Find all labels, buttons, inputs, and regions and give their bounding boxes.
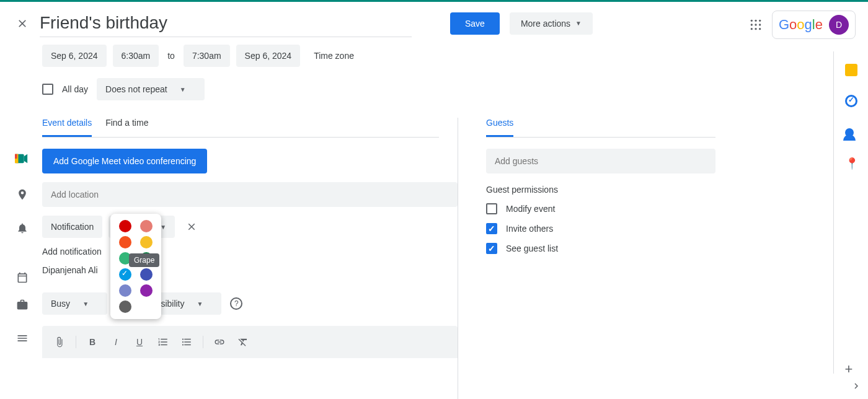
- google-apps-icon[interactable]: [750, 19, 762, 31]
- notification-type-label: Notification: [51, 222, 94, 232]
- availability-label: Busy: [51, 299, 70, 309]
- color-swatch-flamingo[interactable]: [140, 220, 153, 232]
- color-swatch-blueberry[interactable]: [140, 268, 153, 281]
- svg-point-5: [759, 24, 761, 25]
- close-icon[interactable]: [15, 16, 30, 31]
- tasks-icon[interactable]: [845, 95, 857, 107]
- numbered-list-icon[interactable]: [153, 332, 173, 352]
- invite-others-checkbox[interactable]: [486, 223, 497, 234]
- availability-select[interactable]: Busy ▼: [42, 292, 107, 315]
- svg-point-2: [759, 20, 761, 22]
- color-swatch-banana[interactable]: [140, 236, 153, 248]
- contacts-icon[interactable]: [845, 126, 857, 138]
- color-picker-popup[interactable]: Grape: [110, 214, 161, 319]
- avatar[interactable]: D: [829, 15, 849, 35]
- notification-bell-icon: [16, 222, 29, 234]
- svg-point-1: [755, 20, 756, 22]
- tab-find-a-time[interactable]: Find a time: [105, 118, 148, 137]
- start-date-chip[interactable]: Sep 6, 2024: [42, 45, 107, 67]
- more-actions-button[interactable]: More actions ▼: [510, 12, 593, 35]
- link-icon[interactable]: [210, 332, 229, 352]
- repeat-label: Does not repeat: [105, 84, 167, 94]
- chevron-down-icon: ▼: [82, 300, 89, 307]
- attach-icon[interactable]: [50, 332, 69, 352]
- chevron-down-icon: ▼: [197, 300, 203, 307]
- description-icon: [16, 332, 29, 344]
- svg-marker-12: [24, 154, 27, 164]
- start-time-chip[interactable]: 6:30am: [113, 45, 159, 67]
- side-panel: 📍 +: [833, 51, 868, 374]
- add-notification-link[interactable]: Add notification: [42, 247, 458, 256]
- see-guest-list-checkbox[interactable]: [486, 243, 497, 254]
- bulleted-list-icon[interactable]: [177, 332, 197, 352]
- google-meet-icon: [15, 152, 29, 165]
- collapse-side-panel-icon[interactable]: [851, 380, 862, 392]
- tab-event-details[interactable]: Event details: [42, 118, 92, 137]
- google-account-badge[interactable]: Google D: [772, 11, 856, 39]
- timezone-link[interactable]: Time zone: [314, 51, 354, 61]
- guest-permissions-title: Guest permissions: [486, 185, 715, 195]
- calendar-icon: [16, 271, 29, 284]
- guests-tab[interactable]: Guests: [486, 118, 513, 137]
- remove-notification-icon[interactable]: [186, 221, 197, 232]
- color-tooltip: Grape: [129, 253, 159, 267]
- notification-type-select[interactable]: Notification: [42, 216, 102, 238]
- color-swatch-grape[interactable]: [140, 284, 153, 297]
- location-input[interactable]: [42, 182, 458, 207]
- svg-point-6: [751, 28, 753, 30]
- italic-icon[interactable]: I: [106, 332, 126, 352]
- google-logo: Google: [779, 17, 823, 33]
- svg-point-3: [751, 24, 753, 25]
- location-icon: [16, 188, 29, 201]
- color-swatch-tomato[interactable]: [119, 220, 131, 232]
- more-actions-label: More actions: [521, 19, 570, 28]
- see-guest-list-label: See guest list: [506, 243, 558, 253]
- svg-point-7: [755, 28, 756, 30]
- svg-point-4: [755, 24, 756, 25]
- toolbar-separator: [203, 336, 203, 348]
- svg-point-8: [759, 28, 761, 30]
- color-swatch-lavender[interactable]: [119, 284, 131, 297]
- event-title-input[interactable]: [40, 9, 412, 37]
- briefcase-icon: [16, 299, 29, 311]
- repeat-select[interactable]: Does not repeat ▼: [97, 78, 205, 100]
- bold-icon[interactable]: B: [82, 332, 102, 352]
- modify-event-checkbox[interactable]: [486, 203, 497, 214]
- end-time-chip[interactable]: 7:30am: [184, 45, 230, 67]
- svg-rect-11: [15, 154, 17, 159]
- to-label: to: [165, 51, 177, 61]
- save-button[interactable]: Save: [450, 12, 500, 35]
- maps-icon[interactable]: 📍: [845, 157, 857, 169]
- add-guests-input[interactable]: [486, 149, 715, 173]
- all-day-checkbox[interactable]: [42, 84, 53, 95]
- color-swatch-graphite[interactable]: [119, 300, 131, 313]
- all-day-label: All day: [62, 84, 88, 94]
- calendar-owner-label[interactable]: Dipanjenah Ali: [42, 265, 98, 275]
- description-toolbar: B I U: [42, 326, 458, 358]
- chevron-down-icon: ▼: [180, 86, 186, 93]
- svg-point-0: [751, 20, 753, 22]
- add-addon-icon[interactable]: +: [845, 361, 857, 374]
- underline-icon[interactable]: U: [130, 332, 149, 352]
- clear-formatting-icon[interactable]: [233, 332, 253, 352]
- end-date-chip[interactable]: Sep 6, 2024: [236, 45, 301, 67]
- keep-icon[interactable]: [845, 64, 857, 76]
- column-divider: [458, 118, 458, 399]
- color-swatch-tangerine[interactable]: [119, 236, 131, 248]
- help-icon[interactable]: ?: [230, 297, 242, 310]
- chevron-down-icon: ▼: [575, 20, 582, 27]
- color-swatch-peacock[interactable]: [119, 268, 131, 281]
- toolbar-separator: [76, 336, 76, 348]
- invite-others-label: Invite others: [506, 224, 553, 234]
- modify-event-label: Modify event: [506, 204, 555, 214]
- add-google-meet-button[interactable]: Add Google Meet video conferencing: [42, 149, 207, 173]
